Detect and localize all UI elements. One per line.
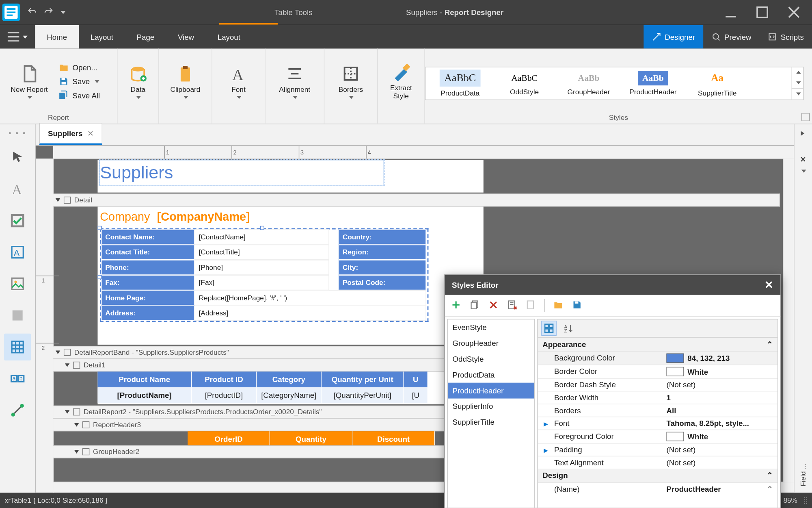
minimize-button[interactable]: [722, 4, 739, 21]
clipboard-button[interactable]: Clipboard: [165, 62, 206, 101]
alphabetical-view-button[interactable]: AZ: [561, 321, 575, 335]
tab-layout[interactable]: Layout: [79, 25, 125, 49]
field-list-label[interactable]: Field ...: [799, 463, 807, 486]
tab-home[interactable]: Home: [35, 25, 79, 49]
delete-all-button[interactable]: [507, 300, 517, 312]
document-tabs: Suppliers ✕: [36, 124, 794, 145]
report-title-label[interactable]: Suppliers: [99, 160, 384, 185]
vertical-scrollbar[interactable]: [783, 158, 794, 482]
copy-style-button[interactable]: [469, 300, 480, 312]
company-label[interactable]: Company: [100, 210, 150, 224]
prop-border-dash-style[interactable]: Border Dash Style(Not set): [538, 378, 777, 391]
save-all-button[interactable]: Save All: [56, 89, 102, 102]
style-swatch-oddstyle[interactable]: AaBbCOddStyle: [492, 71, 556, 96]
styles-editor-titlebar[interactable]: Styles Editor ✕: [445, 275, 780, 295]
save-button[interactable]: Save: [56, 75, 102, 88]
data-button[interactable]: Data: [123, 62, 153, 101]
svg-rect-61: [549, 324, 553, 328]
prop-name[interactable]: (Name)ProductHeader⌃: [538, 482, 777, 495]
prop-border-width[interactable]: Border Width1: [538, 391, 777, 404]
maximize-button[interactable]: [754, 4, 771, 21]
view-preview-button[interactable]: Preview: [703, 25, 760, 49]
styles-editor-close-icon[interactable]: ✕: [764, 278, 773, 291]
prop-borders[interactable]: BordersAll: [538, 404, 777, 417]
styles-editor-toolbar: [445, 295, 780, 317]
add-style-button[interactable]: [451, 300, 461, 312]
styles-list[interactable]: EvenStyle GroupHeader OddStyle ProductDa…: [447, 319, 535, 508]
context-tab-underline: [219, 23, 278, 24]
style-item-suppliertitle[interactable]: SupplierTitle: [448, 414, 534, 430]
gallery-scroll-down[interactable]: [792, 78, 803, 88]
close-tab-icon[interactable]: ✕: [87, 129, 94, 138]
richtext-tool[interactable]: A: [4, 239, 31, 265]
prop-text-alignment[interactable]: Text Alignment(Not set): [538, 456, 777, 469]
undo-button[interactable]: [27, 6, 37, 18]
line-tool[interactable]: [4, 397, 31, 423]
tab-page[interactable]: Page: [125, 25, 166, 49]
borders-button[interactable]: Borders: [330, 62, 371, 101]
style-item-groupheader[interactable]: GroupHeader: [448, 335, 534, 351]
category-design[interactable]: Design⌃: [538, 469, 777, 482]
styles-launcher[interactable]: [801, 113, 810, 121]
property-grid[interactable]: Appearance⌃ Background Color84, 132, 213…: [537, 338, 778, 508]
extract-style-button[interactable]: Extract Style: [384, 60, 419, 102]
supplier-info-table[interactable]: Contact Name:[ContactName]Country: Conta…: [100, 228, 428, 322]
prop-border-color[interactable]: Border ColorWhite: [538, 365, 777, 378]
pointer-tool[interactable]: [4, 144, 31, 171]
resize-grip[interactable]: ⣿: [803, 496, 807, 504]
style-item-productdata[interactable]: ProductData: [448, 367, 534, 383]
selection-handle[interactable]: [97, 275, 102, 279]
open-styles-button[interactable]: [553, 300, 564, 312]
picture-tool[interactable]: [4, 270, 31, 297]
open-button[interactable]: Open...: [56, 61, 102, 74]
panel-tool[interactable]: [4, 302, 31, 329]
collapse-arrow[interactable]: [797, 128, 809, 139]
company-value[interactable]: [CompanyName]: [157, 210, 250, 224]
label-tool[interactable]: A: [4, 176, 31, 202]
font-button[interactable]: A Font: [218, 62, 259, 101]
alignment-button[interactable]: Alignment: [271, 62, 318, 101]
style-item-evenstyle[interactable]: EvenStyle: [448, 319, 534, 335]
toolbox-handle[interactable]: • • •: [0, 124, 35, 141]
categorized-view-button[interactable]: [541, 321, 556, 336]
category-appearance[interactable]: Appearance⌃: [538, 338, 777, 351]
style-swatch-groupheader[interactable]: AaBbGroupHeader: [557, 71, 621, 96]
selection-handle[interactable]: [97, 226, 102, 230]
style-item-productheader[interactable]: ProductHeader: [448, 383, 534, 399]
order-header-row[interactable]: OrderID Quantity Discount: [188, 431, 484, 445]
prop-font[interactable]: ▶FontTahoma, 8.25pt, style...: [538, 417, 777, 430]
tab-table-layout[interactable]: Layout: [206, 25, 252, 49]
selection-handle[interactable]: [260, 226, 264, 230]
checkbox-tool[interactable]: [4, 207, 31, 234]
gallery-more[interactable]: [792, 88, 803, 99]
style-item-oddstyle[interactable]: OddStyle: [448, 351, 534, 367]
styles-gallery[interactable]: AaBbCProductData AaBbCOddStyle AaBbGroup…: [425, 66, 804, 100]
tab-view[interactable]: View: [166, 25, 206, 49]
character-comb-tool[interactable]: ab: [4, 365, 31, 392]
qat-dropdown[interactable]: [61, 11, 66, 14]
new-report-button[interactable]: New Report: [6, 62, 52, 101]
style-swatch-productheader[interactable]: AaBbProductHeader: [621, 71, 685, 96]
band-detail[interactable]: Detail: [53, 194, 780, 207]
purge-button[interactable]: [525, 300, 536, 312]
prop-padding[interactable]: ▶Padding(Not set): [538, 443, 777, 456]
delete-style-button[interactable]: [488, 300, 499, 312]
document-tab-suppliers[interactable]: Suppliers ✕: [39, 123, 102, 145]
prop-foreground-color[interactable]: Foreground ColorWhite: [538, 430, 777, 443]
redo-button[interactable]: [43, 6, 54, 18]
view-designer-button[interactable]: Designer: [644, 25, 703, 49]
style-swatch-suppliertitle[interactable]: AaSupplierTitle: [685, 69, 749, 97]
gallery-scroll-up[interactable]: [792, 67, 803, 78]
close-window-button[interactable]: [785, 4, 803, 21]
product-data-row[interactable]: [ProductName] [ProductID] [CategoryName]…: [97, 387, 483, 403]
panel-dropdown[interactable]: [797, 165, 809, 177]
prop-background-color[interactable]: Background Color84, 132, 213: [538, 351, 777, 365]
style-item-supplierinfo[interactable]: SupplierInfo: [448, 399, 534, 415]
file-menu-button[interactable]: [0, 25, 35, 49]
product-header-row[interactable]: Product Name Product ID Category Quantit…: [97, 371, 483, 387]
style-swatch-productdata[interactable]: AaBbCProductData: [428, 69, 492, 97]
view-scripts-button[interactable]: Scripts: [760, 25, 812, 49]
panel-close[interactable]: ✕: [797, 153, 809, 165]
save-styles-button[interactable]: [572, 300, 582, 312]
table-tool[interactable]: [4, 334, 31, 360]
